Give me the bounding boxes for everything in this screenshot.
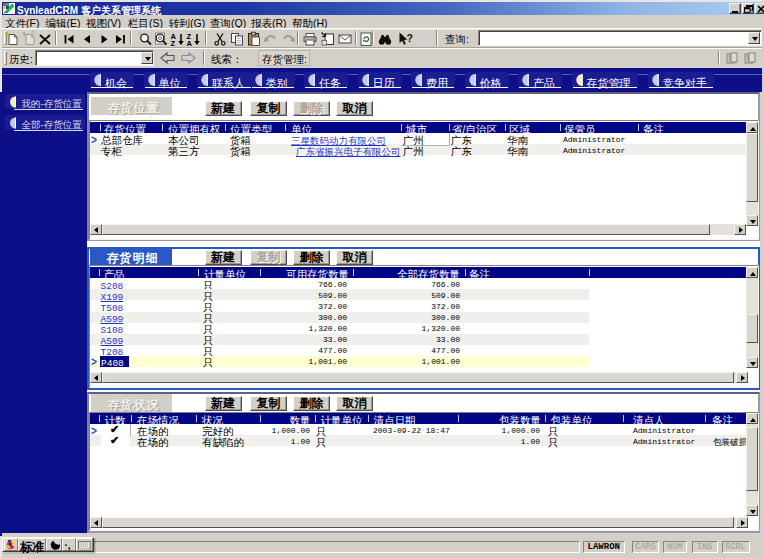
svg-text:?: ? [31,31,35,37]
svg-text:A: A [187,39,193,48]
svg-text:?: ? [407,32,413,44]
svg-text:Z: Z [171,39,176,48]
